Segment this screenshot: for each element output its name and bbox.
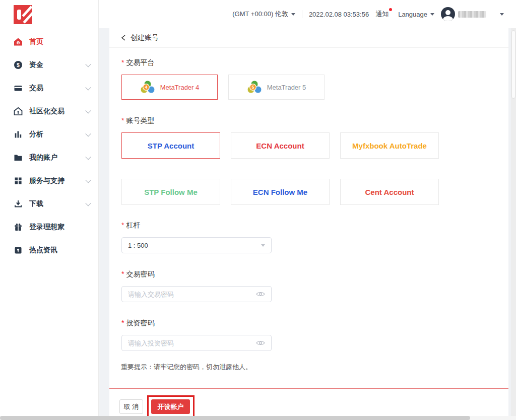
- sidebar-item-label: 社区化交易: [29, 107, 64, 116]
- vertical-scrollbar-thumb[interactable]: [511, 30, 515, 99]
- sidebar-item-label: 登录理想家: [29, 223, 64, 232]
- gift-icon: [14, 223, 23, 232]
- language-selector[interactable]: Language: [398, 11, 434, 18]
- brand-logo[interactable]: [14, 5, 32, 24]
- logo-bar-icon: [17, 10, 21, 20]
- sidebar-item-analysis[interactable]: 分析: [0, 123, 98, 146]
- eye-icon[interactable]: [256, 291, 265, 297]
- sidebar-item-funds[interactable]: $ 资金: [0, 53, 98, 77]
- sidebar-item-services[interactable]: 服务与支持: [0, 169, 98, 192]
- avatar: [441, 7, 455, 21]
- platform-label: *交易平台: [121, 58, 154, 67]
- account-type-text: STP Follow Me: [144, 188, 198, 196]
- download-icon: [14, 199, 23, 208]
- sidebar-item-label: 热点资讯: [29, 246, 57, 255]
- invest-password-field: [121, 335, 272, 351]
- account-type-cent[interactable]: Cent Account: [340, 179, 439, 205]
- svg-text:$: $: [17, 62, 20, 68]
- invest-password-input[interactable]: [128, 339, 256, 347]
- page-title-bar: 创建账号: [109, 28, 508, 48]
- language-label: Language: [398, 11, 427, 18]
- chevron-down-icon: [85, 85, 91, 90]
- trade-password-input[interactable]: [128, 291, 256, 298]
- eye-icon[interactable]: [256, 340, 265, 346]
- platform-option-mt4[interactable]: 4 MetaTrader 4: [121, 75, 218, 100]
- sidebar-item-hot-news[interactable]: 热点资讯: [0, 239, 98, 262]
- account-type-myfxbook[interactable]: Myfxbook AutoTrade: [340, 132, 439, 159]
- sidebar-item-my-account[interactable]: 我的账户: [0, 146, 98, 169]
- content-area: 创建账号 *交易平台 4 MetaTrader 4: [99, 28, 511, 416]
- red-divider: [109, 388, 508, 389]
- sidebar-item-download[interactable]: 下载: [0, 192, 98, 216]
- cancel-button[interactable]: 取 消: [119, 399, 143, 414]
- sidebar-item-trade[interactable]: 交易: [0, 77, 98, 100]
- trade-password-field: [121, 286, 272, 302]
- account-type-text: ECN Follow Me: [253, 188, 307, 196]
- sidebar-item-label: 交易: [29, 84, 43, 93]
- user-menu[interactable]: [441, 7, 486, 21]
- sidebar-item-label: 首页: [29, 37, 43, 46]
- chevron-down-icon: [85, 61, 91, 67]
- leverage-value: 1 : 500: [128, 242, 148, 249]
- app-root: 首页 $ 资金 交易 社区化交易 分析: [0, 0, 516, 420]
- home-icon: [14, 37, 23, 46]
- account-type-ecn-follow[interactable]: ECN Follow Me: [231, 179, 330, 205]
- account-type-text: Cent Account: [365, 188, 414, 196]
- account-type-text: ECN Account: [256, 142, 304, 150]
- account-type-stp[interactable]: STP Account: [121, 132, 220, 159]
- notification-dot: [389, 8, 392, 11]
- account-type-text: Myfxbook AutoTrade: [352, 142, 427, 150]
- notifications-label: 通知: [375, 10, 389, 18]
- horizontal-scrollbar-thumb[interactable]: [0, 416, 470, 420]
- sidebar-item-login-idealhome[interactable]: 登录理想家: [0, 216, 98, 239]
- platform-option-mt5[interactable]: 5 MetaTrader 5: [228, 75, 325, 100]
- account-type-label: *账号类型: [121, 116, 154, 125]
- horizontal-scrollbar-track: [0, 416, 516, 420]
- timezone-selector[interactable]: (GMT +00:00) 伦敦: [232, 10, 295, 19]
- caret-down-icon: [261, 244, 265, 247]
- metatrader5-logo-icon: 5: [247, 80, 262, 94]
- chevron-down-icon: [85, 154, 91, 160]
- svg-text:4: 4: [145, 85, 147, 90]
- metatrader4-logo-icon: 4: [140, 80, 155, 94]
- community-house-icon: [14, 107, 23, 116]
- news-pin-icon: [14, 246, 23, 255]
- grid-icon: [14, 176, 23, 185]
- open-account-button[interactable]: 开设帐户: [151, 399, 190, 414]
- leverage-select[interactable]: 1 : 500: [121, 237, 272, 253]
- server-datetime: 2022.02.08 03:53:56: [309, 11, 369, 18]
- account-type-ecn[interactable]: ECN Account: [231, 132, 330, 159]
- caret-down-icon: [291, 13, 295, 16]
- dollar-circle-icon: $: [14, 60, 23, 69]
- timezone-label: (GMT +00:00) 伦敦: [232, 10, 288, 19]
- sidebar-item-label: 分析: [29, 130, 43, 139]
- trade-password-label: *交易密码: [121, 270, 154, 279]
- chevron-down-icon: [85, 177, 91, 183]
- platform-option-label: MetaTrader 4: [160, 84, 200, 91]
- platform-option-label: MetaTrader 5: [267, 84, 306, 91]
- back-icon[interactable]: [121, 35, 126, 41]
- folder-icon: [14, 153, 23, 162]
- sidebar-item-label: 资金: [29, 60, 43, 69]
- sidebar: 首页 $ 资金 交易 社区化交易 分析: [0, 0, 99, 416]
- annotation-highlight-box: 开设帐户: [147, 395, 195, 418]
- notifications-button[interactable]: 通知: [375, 10, 392, 19]
- chevron-down-icon: [85, 108, 91, 113]
- account-type-stp-follow[interactable]: STP Follow Me: [121, 179, 220, 205]
- chevron-down-icon: [85, 131, 91, 136]
- sidebar-item-label: 服务与支持: [29, 176, 64, 185]
- user-menu-caret-icon[interactable]: [500, 13, 504, 16]
- sidebar-item-home[interactable]: 首页: [0, 30, 98, 53]
- sidebar-item-label: 下载: [29, 199, 43, 208]
- vertical-scrollbar-track: [511, 28, 516, 416]
- sidebar-nav: 首页 $ 资金 交易 社区化交易 分析: [0, 30, 98, 262]
- card-icon: [14, 84, 23, 93]
- sidebar-item-community-trade[interactable]: 社区化交易: [0, 100, 98, 123]
- account-type-text: STP Account: [148, 142, 195, 150]
- invest-password-label: *投资密码: [121, 319, 154, 328]
- page-title: 创建账号: [131, 33, 159, 42]
- svg-text:5: 5: [251, 85, 254, 90]
- user-name-redacted: [458, 11, 486, 18]
- divider: [302, 10, 302, 18]
- sidebar-item-label: 我的账户: [29, 153, 57, 162]
